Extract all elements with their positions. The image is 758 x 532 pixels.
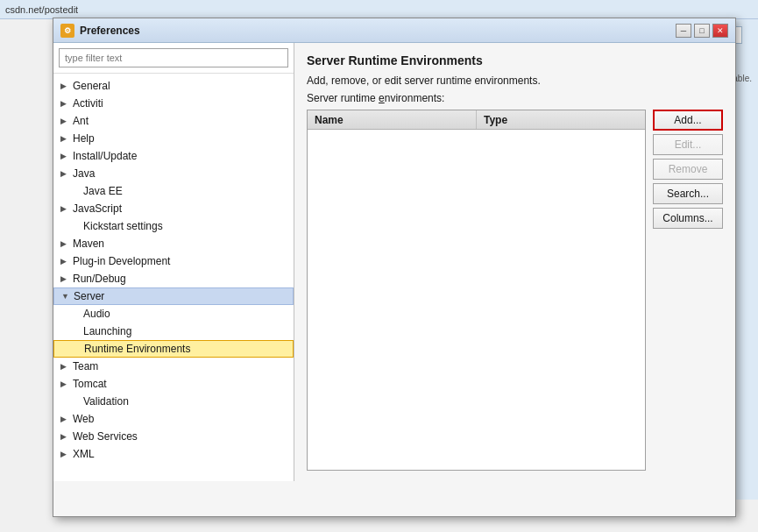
tree-item-runtime-environments[interactable]: Runtime Environments	[53, 340, 294, 358]
arrow-icon	[61, 291, 72, 301]
remove-button[interactable]: Remove	[653, 159, 723, 180]
arrow-icon	[60, 238, 71, 249]
arrow-icon	[60, 81, 71, 91]
arrow-icon	[60, 256, 71, 266]
arrow-icon	[60, 449, 71, 459]
tree-item-help[interactable]: Help	[53, 130, 294, 147]
arrow-icon	[60, 168, 71, 179]
table-header: Name Type	[308, 110, 645, 130]
arrow-icon	[60, 273, 71, 284]
tree-item-activiti[interactable]: Activiti	[53, 95, 294, 112]
arrow-icon	[60, 379, 71, 389]
arrow-icon	[60, 361, 71, 372]
arrow-icon	[60, 133, 71, 144]
arrow-icon	[60, 203, 71, 214]
tree-item-web-services[interactable]: Web Services	[53, 428, 294, 445]
arrow-icon	[71, 186, 81, 196]
tree-item-maven[interactable]: Maven	[53, 235, 294, 252]
filter-input[interactable]	[59, 48, 288, 67]
tree-item-kickstart[interactable]: Kickstart settings	[53, 217, 294, 235]
arrow-icon	[71, 396, 81, 407]
tree-item-audio[interactable]: Audio	[53, 305, 294, 323]
browser-titlebar: csdn.net/postedit	[0, 0, 758, 19]
arrow-icon	[71, 221, 81, 231]
minimize-button[interactable]: ─	[676, 24, 691, 38]
dialog-title: ⚙ Preferences	[60, 24, 140, 38]
edit-button[interactable]: Edit...	[653, 134, 723, 155]
tree-content: General Activiti Ant Help	[53, 74, 294, 481]
dialog-titlebar: ⚙ Preferences ─ □ ✕	[53, 18, 735, 43]
table-action-buttons: Add... Edit... Remove Search... Columns.…	[653, 110, 723, 471]
tree-item-tomcat[interactable]: Tomcat	[53, 375, 294, 393]
tree-item-launching[interactable]: Launching	[53, 323, 294, 340]
arrow-icon	[60, 151, 71, 161]
columns-button[interactable]: Columns...	[653, 208, 723, 229]
preferences-dialog: ⚙ Preferences ─ □ ✕ ← ▼ → ▼ General	[53, 18, 736, 517]
panel-subtitle: Add, remove, or edit server runtime envi…	[307, 74, 723, 87]
tree-item-general[interactable]: General	[53, 77, 294, 95]
preferences-icon: ⚙	[60, 24, 74, 38]
right-content-panel: Server Runtime Environments Add, remove,…	[294, 43, 735, 481]
name-column-header: Name	[308, 110, 477, 129]
table-body	[308, 130, 645, 470]
table-area: Name Type Add... Edit... Remove Search..…	[307, 110, 723, 471]
server-table: Name Type	[307, 110, 646, 471]
window-controls: ─ □ ✕	[676, 24, 728, 38]
tree-item-xml[interactable]: XML	[53, 445, 294, 463]
tree-item-web[interactable]: Web	[53, 410, 294, 428]
close-button[interactable]: ✕	[712, 24, 728, 38]
arrow-icon	[60, 116, 71, 126]
type-column-header: Type	[477, 110, 645, 129]
tree-item-java[interactable]: Java	[53, 165, 294, 182]
browser-url: csdn.net/postedit	[5, 4, 78, 15]
dialog-body: General Activiti Ant Help	[53, 43, 735, 481]
tree-item-run-debug[interactable]: Run/Debug	[53, 270, 294, 287]
arrow-icon	[71, 326, 81, 337]
arrow-icon	[60, 98, 71, 109]
arrow-icon	[60, 414, 71, 424]
tree-item-validation[interactable]: Validation	[53, 393, 294, 410]
tree-item-java-ee[interactable]: Java EE	[53, 182, 294, 200]
tree-item-install-update[interactable]: Install/Update	[53, 147, 294, 165]
tree-item-ant[interactable]: Ant	[53, 112, 294, 130]
maximize-button[interactable]: □	[694, 24, 710, 38]
tree-item-server[interactable]: Server	[53, 287, 294, 305]
tree-filter-area	[53, 43, 294, 74]
environments-label: Server runtime environments:	[307, 92, 723, 104]
arrow-icon	[71, 309, 81, 319]
arrow-icon	[72, 344, 82, 354]
tree-item-javascript[interactable]: JavaScript	[53, 200, 294, 217]
panel-title: Server Runtime Environments	[307, 53, 723, 67]
tree-item-team[interactable]: Team	[53, 358, 294, 375]
tree-item-plugin-dev[interactable]: Plug-in Development	[53, 252, 294, 270]
tree-panel: General Activiti Ant Help	[53, 43, 294, 481]
search-button[interactable]: Search...	[653, 183, 723, 204]
arrow-icon	[60, 431, 71, 442]
add-button[interactable]: Add...	[653, 110, 723, 131]
